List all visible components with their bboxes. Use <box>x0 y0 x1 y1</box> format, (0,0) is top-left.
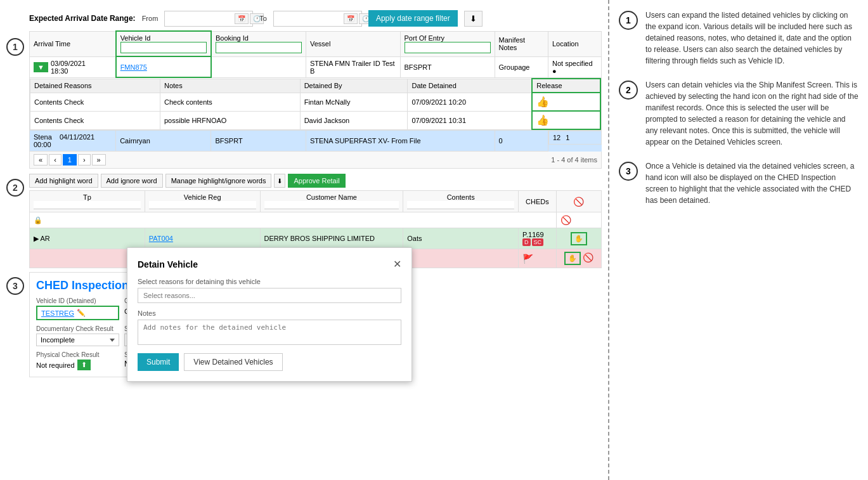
page-info: 1 - 4 of 4 items <box>551 156 597 164</box>
last-page-btn[interactable]: » <box>92 154 106 165</box>
to-date-input[interactable]: 11/11/2021 11:59 PM 📅 🕐 <box>273 11 362 27</box>
manifest-contents: Oats <box>403 228 519 249</box>
expanded-row: Detained Reasons Notes Detained By Date … <box>30 77 602 131</box>
detain-hand-icon[interactable]: ✋ <box>574 235 583 243</box>
cell-arrival-time: ▼ 03/09/202118:30 <box>30 56 116 77</box>
first-page-btn[interactable]: « <box>34 154 48 165</box>
page-buttons: « ‹ 1 › » <box>34 154 106 165</box>
notes-textarea[interactable] <box>138 320 401 345</box>
add-highlight-btn[interactable]: Add highlight word <box>29 174 98 188</box>
doc-check-label: Documentary Check Result <box>36 325 119 332</box>
reg-filter[interactable] <box>149 201 256 209</box>
toolbar-icon-btn[interactable]: ⬇ <box>274 174 285 188</box>
cell-num1: 0 <box>495 131 548 152</box>
from-date-field[interactable]: 01/09/2021 12:00 AM <box>169 15 232 22</box>
manage-highlight-btn[interactable]: Manage highlight/ignore words <box>165 174 272 188</box>
submit-btn[interactable]: Submit <box>138 353 179 371</box>
manifest-col-tp: Tp <box>30 191 145 212</box>
vehicle-id-label: Vehicle ID (Detained) <box>36 297 119 304</box>
lock-icon: 🔒 <box>34 216 42 224</box>
manifest-col-cheds: CHEDs <box>519 191 557 212</box>
col-port-of-entry: Port Of Entry <box>400 31 495 56</box>
col-location: Location <box>548 31 602 56</box>
clear-filter-icon[interactable]: 🚫 <box>560 215 571 225</box>
sub-cell-reason: Contents Check <box>30 93 160 111</box>
pagination-bar: « ‹ 1 › » 1 - 4 of 4 items <box>29 152 602 169</box>
to-date-field[interactable]: 11/11/2021 11:59 PM <box>278 15 341 22</box>
sub-col-reason: Detained Reasons <box>30 79 160 93</box>
doc-check-field: Documentary Check Result Incomplete <box>36 325 119 346</box>
apply-date-range-button[interactable]: Apply date range filter <box>368 10 458 27</box>
sub-cell-date: 07/09/2021 10:20 <box>408 93 532 111</box>
manifest-filter-icon: 🚫 <box>556 212 601 228</box>
help-circle-1: 1 <box>619 11 638 30</box>
calendar-icon-from[interactable]: 📅 <box>235 13 249 24</box>
notes-label: Notes <box>138 309 401 317</box>
help-text-2: Users can detain vehicles via the Ship M… <box>645 79 858 148</box>
sub-cell-date2: 07/09/2021 10:31 <box>408 111 532 129</box>
manifest-action-cell: ✋ <box>556 228 601 249</box>
manifest-col-customer: Customer Name <box>260 191 403 212</box>
sub-col-detained-by: Detained By <box>300 79 408 93</box>
detain-hand-icon2[interactable]: ✋ <box>568 254 577 263</box>
sub-col-release: Release <box>532 79 600 93</box>
reason-input[interactable] <box>138 288 401 303</box>
block-icon: 🚫 <box>583 252 593 263</box>
booking-id-filter[interactable] <box>216 42 302 53</box>
cell-stena: Stena 04/11/2021 00:00 <box>30 131 116 152</box>
sub-cell-reason2: Contents Check <box>30 111 160 129</box>
customer-filter[interactable] <box>264 201 399 209</box>
cell-port: BFSPRT <box>400 56 495 77</box>
col-manifest-notes: Manifest Notes <box>495 31 548 56</box>
vehicle-reg-link[interactable]: PAT004 <box>149 235 173 242</box>
phys-upload-btn[interactable]: ⬆ <box>77 360 91 370</box>
date-range-label: Expected Arrival Date Range: <box>29 14 136 23</box>
filter-clear-icon[interactable]: 🚫 <box>573 197 584 207</box>
modal-close-btn[interactable]: ✕ <box>393 258 401 270</box>
detain-vehicle-modal: Detain Vehicle ✕ Select reasons for deta… <box>127 247 412 382</box>
section1-circle: 1 <box>6 38 24 56</box>
sub-cell-detained-by2: David Jackson <box>300 111 408 129</box>
next-page-btn[interactable]: › <box>78 154 91 165</box>
ched-badge-d: D <box>522 238 531 246</box>
cell-bfsprt: BFSPRT <box>211 131 306 152</box>
to-label: To <box>259 15 267 22</box>
sub-cell-release1: 👍 <box>532 93 600 111</box>
view-detained-btn[interactable]: View Detained Vehicles <box>184 353 282 371</box>
calendar-icon-to[interactable]: 📅 <box>344 13 358 24</box>
section2-circle: 2 <box>6 179 24 197</box>
release-thumb-icon-1[interactable]: 👍 <box>536 96 549 107</box>
vehicle-id-link[interactable]: FMN875 <box>120 63 147 71</box>
edit-icon[interactable]: ✏️ <box>77 309 86 317</box>
sub-col-date: Date Detained <box>408 79 532 93</box>
from-date-input[interactable]: 01/09/2021 12:00 AM 📅 🕐 <box>164 11 253 27</box>
col-arrival-time: Arrival Time <box>30 31 116 56</box>
sub-table-row: Contents Check possible HRFNOAO David Ja… <box>30 111 601 129</box>
expand-button[interactable]: ▼ <box>34 62 48 72</box>
approve-retail-btn[interactable]: Approve Retail <box>288 174 345 188</box>
col-booking-id: Booking Id <box>211 31 306 56</box>
vehicle-id-field: Vehicle ID (Detained) TESTREG ✏️ <box>36 297 119 320</box>
sub-cell-detained-by: Fintan McNally <box>300 93 408 111</box>
manifest-reg: PAT004 <box>145 228 260 249</box>
cell-num2: 121 <box>548 131 602 145</box>
prev-page-btn[interactable]: ‹ <box>49 154 62 165</box>
tp-filter[interactable] <box>34 201 141 209</box>
manifest-tp: ▶ AR <box>30 228 145 249</box>
vehicle-id-filter[interactable] <box>120 42 207 53</box>
help-circle-3: 3 <box>619 162 638 181</box>
release-thumb-icon-2[interactable]: 👍 <box>536 115 549 126</box>
vehicle-id-value[interactable]: TESTREG <box>41 309 74 317</box>
cell-vessel: STENA FMN Trailer ID Test B <box>306 56 400 77</box>
add-ignore-btn[interactable]: Add ignore word <box>101 174 163 188</box>
page-1-btn[interactable]: 1 <box>63 154 77 165</box>
manifest-cheds2: 🚩 <box>519 249 557 268</box>
filter-download-icon[interactable]: ⬇ <box>464 11 483 27</box>
contents-filter[interactable] <box>407 201 514 209</box>
doc-check-select[interactable]: Incomplete <box>36 334 119 346</box>
phys-check-field: Physical Check Result Not required ⬆ <box>36 351 119 370</box>
phys-check-row: Not required ⬆ <box>36 360 119 370</box>
port-filter[interactable] <box>405 42 491 53</box>
modal-title: Detain Vehicle <box>138 259 198 269</box>
cell-vehicle-id: FMN875 <box>116 56 211 77</box>
